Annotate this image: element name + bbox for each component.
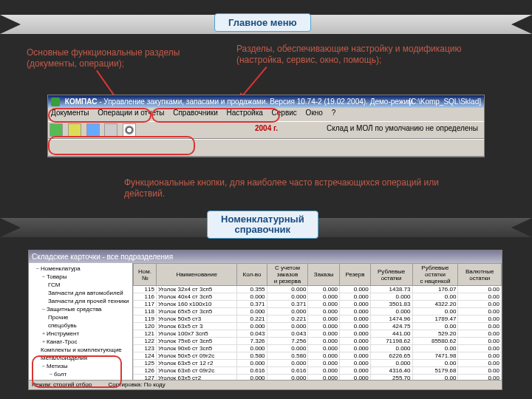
menu-window[interactable]: Окно [306,109,323,117]
annot-toolbar-buttons: Функциональные кнопки, для наиболее част… [124,177,449,200]
table-row[interactable]: 122Уголок 75х6 ст 3сп57.3267.2560.0000.0… [134,338,502,345]
table-row[interactable]: 123Уголок 90х6 ст 3сп50.0000.0000.0000.0… [134,345,502,352]
eye-icon[interactable] [123,123,136,137]
app-title-text: - Управление закупками, запасами и прода… [99,98,415,106]
book-icon[interactable] [104,123,117,137]
tree-node: −Защитные средства [30,305,132,313]
badge-reference: Номенклатурный справочник [207,211,318,239]
tree-node: +Инструмент [30,330,132,338]
app-window: КОМПАС - Управление закупками, запасами … [47,95,485,157]
reference-window: Складские карточки - все подразделения −… [28,250,502,390]
table-row[interactable]: 121Уголок 100х7 3сп50.0430.0430.0000.000… [134,330,502,338]
annot-functional-sections: Основные функциональные разделы (докумен… [27,47,204,69]
reference-title-bar: Складские карточки - все подразделения [29,250,502,263]
app-name: КОМПАС [65,98,98,106]
tree-node: +Канат-Трос [30,338,132,346]
badge-main-menu: Главное меню [214,13,311,32]
app-path: [C:\Komp_SQL\Sklad] [409,95,481,108]
tree-node: Запчасти для прочей техники [30,297,132,305]
tree-node: −Товары [30,273,132,281]
table-row[interactable]: 116Уголок 40х4 ст 3сп50.0000.0000.0000.0… [134,293,502,301]
tree-node: Прочие [30,313,132,321]
reference-title-text: Складские карточки - все подразделения [32,253,173,261]
table-row[interactable]: 126Уголок 63х6 ст 09г2с0.6160.6160.0000.… [134,367,502,375]
table-row[interactable]: 117Уголок 160 х100х100.3710.3710.0000.00… [134,301,502,308]
menu-help[interactable]: ? [332,109,336,117]
highlight-functional-menu [48,108,151,123]
tree-node: ГСМ [30,281,132,289]
table-row[interactable]: 125Уголок 63х5 ст 12 г20.0000.0000.0000.… [134,360,502,367]
cart-icon[interactable] [68,123,81,137]
table-row[interactable]: 127Уголок 63х5 ст20.0000.0000.0000.00025… [134,375,502,381]
title-bar: КОМПАС - Управление закупками, запасами … [48,95,484,108]
data-grid[interactable]: Ном. №НаименованиеКол-воС учетом заказов… [133,263,502,380]
table-row[interactable]: 124Уголок 50х5 ст 09г2с0.5800.5800.0000.… [134,352,502,360]
year-label: 2004 г. [255,124,278,132]
highlight-config-menu [151,108,280,123]
tree-node: Комплекты и комплектующие [30,346,132,354]
status-label: Склад и МОЛ по умолчанию не определены [327,124,478,132]
tree-node: спецобувь [30,321,132,330]
table-row[interactable]: 120Уголок 63х5 ст 30.0000.0000.0000.0004… [134,323,502,330]
tree-node: −Номенклатура [30,265,132,273]
table-row[interactable]: 115Уголок 32х4 ст 3сп50.3550.0000.0000.0… [134,286,502,293]
annot-config-sections: Разделы, обеспечивающие настройку и моди… [236,44,480,66]
tree-node: Запчасти для автомобилей [30,289,132,297]
app-icon [51,98,60,106]
box-icon[interactable] [86,123,100,137]
table-row[interactable]: 119Уголок 50х5 ст30.2210.2210.0000.00014… [134,316,502,323]
highlight-toolbar [48,136,195,155]
folder-icon[interactable] [50,123,63,137]
table-row[interactable]: 118Уголок 65х5 ст 3сп50.0000.0000.0000.0… [134,308,502,316]
highlight-tree [32,355,122,388]
